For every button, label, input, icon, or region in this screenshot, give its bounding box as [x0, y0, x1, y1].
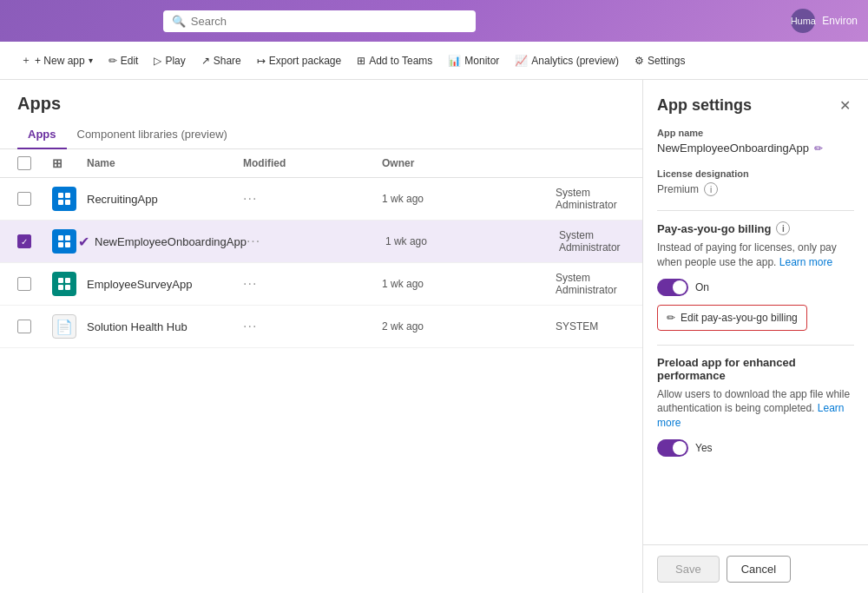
billing-desc: Instead of paying for licenses, only pay… [657, 240, 854, 270]
row-icon [52, 272, 87, 296]
table-row[interactable]: ✓ ✔ NewEmployeeOnboardingApp ··· 1 wk ag… [0, 221, 642, 263]
monitor-icon: 📊 [448, 55, 461, 67]
row-dots[interactable]: ··· [247, 234, 385, 249]
svg-rect-11 [65, 285, 70, 290]
billing-learn-more-link[interactable]: Learn more [779, 256, 832, 268]
row-modified: 1 wk ago [385, 235, 559, 247]
preload-desc: Allow users to download the app file whi… [657, 387, 854, 431]
row-checkbox[interactable] [17, 277, 52, 291]
settings-header: App settings ✕ [643, 80, 868, 128]
edit-button[interactable]: ✏ Edit [102, 49, 146, 72]
svg-rect-1 [65, 193, 70, 198]
svg-rect-2 [58, 200, 63, 205]
app-settings-panel: App settings ✕ App name NewEmployeeOnboa… [642, 80, 868, 593]
header-owner: Owner [382, 157, 556, 169]
preload-toggle-row: Yes [657, 439, 854, 457]
row-checkbox[interactable] [17, 320, 52, 333]
row-icon [52, 187, 87, 211]
tab-apps[interactable]: Apps [17, 121, 67, 149]
share-icon: ↗ [201, 55, 210, 67]
analytics-button[interactable]: 📈 Analytics (preview) [508, 49, 626, 72]
top-right-area: Huma Environ [791, 9, 858, 33]
license-value: Premium i [657, 182, 854, 196]
add-to-teams-button[interactable]: ⊞ Add to Teams [350, 49, 439, 72]
row-owner: System Administrator [559, 229, 628, 254]
new-app-button[interactable]: ＋ + New app ▾ [14, 48, 100, 73]
table-row[interactable]: 📄 Solution Health Hub ··· 2 wk ago SYSTE… [0, 306, 642, 348]
page-title: Apps [0, 80, 642, 121]
table-row[interactable]: RecruitingApp ··· 1 wk ago System Admini… [0, 178, 642, 221]
teams-icon: ⊞ [357, 55, 365, 67]
app-name-section: App name NewEmployeeOnboardingApp ✏ [657, 128, 854, 155]
settings-body: App name NewEmployeeOnboardingApp ✏ Lice… [643, 128, 868, 544]
edit-billing-button[interactable]: ✏ Edit pay-as-you-go billing [657, 305, 807, 331]
preload-toggle-label: Yes [695, 442, 713, 454]
row-checkbox[interactable]: ✓ [17, 234, 52, 248]
plus-icon: ＋ [21, 53, 31, 68]
gear-icon: ⚙ [635, 55, 644, 67]
cancel-button[interactable]: Cancel [727, 556, 791, 583]
toolbar: ＋ + New app ▾ ✏ Edit ▷ Play ↗ Share ↦ Ex… [0, 42, 868, 80]
license-info-icon[interactable]: i [704, 182, 718, 196]
svg-rect-9 [65, 278, 70, 283]
row-modified: 1 wk ago [382, 193, 556, 205]
billing-info-icon[interactable]: i [776, 221, 790, 235]
tab-component-libraries[interactable]: Component libraries (preview) [67, 121, 238, 149]
search-container: 🔍 [163, 10, 476, 32]
billing-toggle-label: On [695, 281, 709, 293]
license-label: License designation [657, 168, 854, 179]
billing-heading: Pay-as-you-go billing i [657, 221, 854, 235]
settings-button[interactable]: ⚙ Settings [628, 49, 692, 72]
svg-rect-8 [58, 278, 63, 283]
row-dots[interactable]: ··· [243, 319, 382, 334]
row-name: EmployeeSurveyApp [87, 278, 243, 291]
svg-rect-5 [65, 235, 70, 240]
edit-billing-icon: ✏ [667, 312, 675, 324]
row-dots[interactable]: ··· [243, 276, 382, 292]
top-bar: 🔍 Huma Environ [0, 0, 868, 42]
svg-rect-4 [58, 235, 63, 240]
billing-section: Pay-as-you-go billing i Instead of payin… [657, 221, 854, 331]
left-panel: Apps Apps Component libraries (preview) … [0, 80, 642, 593]
main-area: Apps Apps Component libraries (preview) … [0, 80, 868, 593]
billing-toggle-row: On [657, 279, 854, 296]
header-checkbox-col [17, 156, 52, 170]
edit-app-name-icon[interactable]: ✏ [814, 142, 823, 155]
chevron-down-icon: ▾ [89, 56, 93, 65]
svg-rect-7 [65, 242, 70, 247]
svg-rect-6 [58, 242, 63, 247]
table-row[interactable]: EmployeeSurveyApp ··· 1 wk ago System Ad… [0, 263, 642, 306]
row-owner: System Administrator [556, 272, 625, 296]
svg-rect-3 [65, 200, 70, 205]
apps-table: ⊞ Name Modified Owner RecruitingApp ·· [0, 149, 642, 593]
analytics-icon: 📈 [515, 55, 528, 67]
header-icon-col: ⊞ [52, 156, 87, 170]
play-button[interactable]: ▷ Play [147, 49, 192, 72]
svg-rect-10 [58, 285, 63, 290]
monitor-button[interactable]: 📊 Monitor [441, 49, 506, 72]
row-owner: SYSTEM [556, 320, 625, 333]
billing-toggle[interactable] [657, 279, 688, 296]
app-name-label: App name [657, 128, 854, 138]
env-name: Environ [822, 15, 858, 27]
save-button[interactable]: Save [657, 556, 720, 583]
header-name: Name [87, 157, 243, 169]
search-input[interactable] [191, 15, 467, 28]
preload-section: Preload app for enhanced performance All… [657, 356, 854, 457]
row-name: Solution Health Hub [87, 320, 243, 333]
preload-toggle[interactable] [657, 439, 688, 457]
close-button[interactable]: ✕ [836, 94, 854, 117]
edit-icon: ✏ [108, 55, 117, 67]
table-header: ⊞ Name Modified Owner [0, 149, 642, 178]
share-button[interactable]: ↗ Share [194, 49, 248, 72]
row-modified: 1 wk ago [382, 278, 556, 290]
app-name-value: NewEmployeeOnboardingApp ✏ [657, 142, 854, 155]
row-name: NewEmployeeOnboardingApp [95, 235, 247, 248]
row-dots[interactable]: ··· [243, 191, 382, 207]
license-section: License designation Premium i [657, 168, 854, 196]
export-package-button[interactable]: ↦ Export package [250, 49, 348, 72]
settings-footer: Save Cancel [643, 544, 868, 593]
row-checkbox[interactable] [17, 192, 52, 206]
preload-heading: Preload app for enhanced performance [657, 356, 854, 382]
row-owner: System Administrator [556, 187, 625, 211]
